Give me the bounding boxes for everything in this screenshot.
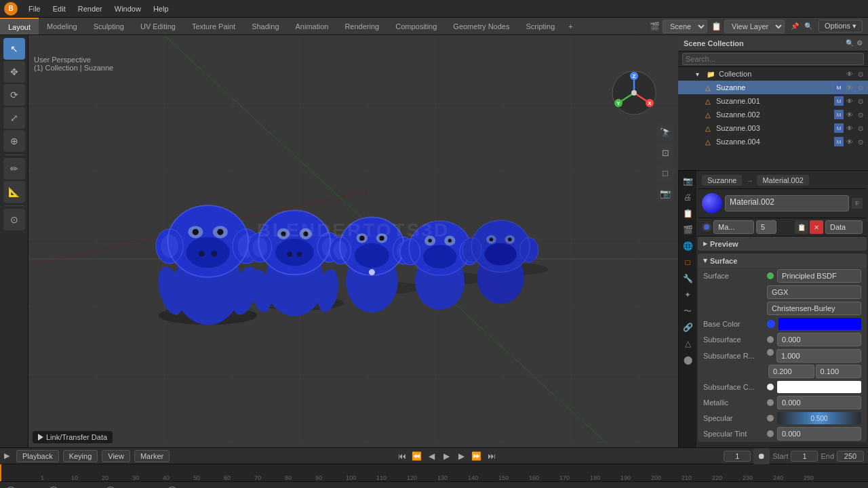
next-key-btn[interactable]: ⏩ bbox=[471, 450, 483, 462]
tab-sculpting[interactable]: Sculpting bbox=[85, 18, 132, 35]
tab-scripting[interactable]: Scripting bbox=[517, 18, 563, 35]
outliner-item-suzanne-002[interactable]: △ Suzanne.002 M 👁 ⊙ bbox=[678, 108, 868, 121]
scene-icon-btn[interactable]: 🎬 bbox=[680, 222, 695, 237]
zoom-to-fit-btn[interactable]: ⊡ bbox=[656, 144, 674, 161]
specular-tint-value[interactable]: 0.000 bbox=[777, 427, 861, 441]
outliner-item-suzanne-001[interactable]: △ Suzanne.001 M 👁 ⊙ bbox=[678, 94, 868, 108]
tab-layout[interactable]: Layout bbox=[0, 18, 39, 35]
tab-compositing[interactable]: Compositing bbox=[387, 18, 445, 35]
search-icon[interactable]: 🔍 bbox=[802, 20, 814, 33]
s003-restrict[interactable]: ⊙ bbox=[856, 123, 865, 133]
outliner-item-suzanne[interactable]: △ Suzanne M 👁 ⊙ bbox=[678, 81, 868, 94]
tab-uv-editing[interactable]: UV Editing bbox=[132, 18, 184, 35]
world-icon-btn[interactable]: 🌐 bbox=[680, 239, 695, 253]
preview-header[interactable]: ▸ Preview bbox=[698, 237, 867, 251]
modifier-icon-btn[interactable]: 🔧 bbox=[680, 271, 695, 286]
tool-rotate[interactable]: ⟳ bbox=[3, 84, 25, 106]
prev-key-btn[interactable]: ⏪ bbox=[411, 450, 423, 462]
fake-user-btn[interactable]: F bbox=[852, 198, 863, 209]
sub-r-val2[interactable]: 0.200 bbox=[768, 365, 814, 378]
jump-end-btn[interactable]: ⏭ bbox=[486, 450, 498, 462]
tool-select[interactable]: ↖ bbox=[3, 38, 25, 60]
zoom-in-btn[interactable]: 🔭 bbox=[656, 123, 674, 141]
object-name-btn[interactable]: Suzanne bbox=[702, 175, 742, 186]
particle-icon-btn[interactable]: ✦ bbox=[680, 287, 695, 302]
jump-start-btn[interactable]: ⏮ bbox=[396, 450, 408, 462]
metallic-value[interactable]: 0.000 bbox=[777, 396, 861, 409]
pin-icon[interactable]: 📌 bbox=[789, 20, 801, 33]
material-slot-dropdown[interactable]: Ma... bbox=[713, 220, 754, 234]
data-icon-btn[interactable]: △ bbox=[680, 336, 695, 351]
play-btn[interactable]: ▶ bbox=[441, 450, 453, 462]
collection-restrict[interactable]: ⊙ bbox=[856, 69, 865, 79]
scene-selector[interactable]: Scene bbox=[663, 20, 707, 33]
current-frame-field[interactable]: 1 bbox=[724, 451, 751, 462]
outliner-item-collection[interactable]: ▾ 📁 Collection 👁 ⊙ bbox=[678, 67, 868, 81]
surface-shader-dropdown[interactable]: Principled BSDF bbox=[777, 269, 861, 283]
s001-eye[interactable]: 👁 bbox=[845, 96, 854, 106]
sub-r-val1[interactable]: 1.000 bbox=[776, 349, 861, 363]
output-icon-btn[interactable]: 🖨 bbox=[680, 190, 695, 205]
tool-transform[interactable]: ⊕ bbox=[3, 130, 25, 152]
material-remove-btn[interactable]: ✕ bbox=[810, 220, 823, 234]
tab-shading[interactable]: Shading bbox=[243, 18, 287, 35]
subsurface-value[interactable]: 0.000 bbox=[777, 333, 861, 346]
outliner-item-suzanne-004[interactable]: △ Suzanne.004 M 👁 ⊙ bbox=[678, 135, 868, 148]
view-layer-selector[interactable]: View Layer bbox=[724, 20, 785, 33]
s004-restrict[interactable]: ⊙ bbox=[856, 137, 865, 146]
next-frame-btn[interactable]: ▶ bbox=[456, 450, 468, 462]
start-frame-field[interactable]: 1 bbox=[791, 451, 818, 462]
material-name-input[interactable]: Material.002 bbox=[725, 195, 849, 211]
tab-modeling[interactable]: Modeling bbox=[39, 18, 85, 35]
prev-frame-btn[interactable]: ◀ bbox=[426, 450, 438, 462]
subsurface-method-dropdown[interactable]: Christensen-Burley bbox=[767, 302, 861, 315]
material-slot-number[interactable]: 5 bbox=[756, 220, 776, 234]
menu-file[interactable]: File bbox=[23, 3, 46, 14]
sub-r-val3[interactable]: 0.100 bbox=[816, 365, 862, 378]
view-btn-tl[interactable]: View bbox=[102, 450, 130, 462]
marker-btn[interactable]: Marker bbox=[134, 450, 170, 462]
collection-eye[interactable]: 👁 bbox=[845, 69, 854, 79]
toggle-ortho-btn[interactable]: □ bbox=[656, 164, 674, 182]
render-icon-btn[interactable]: 📷 bbox=[680, 174, 695, 188]
subsurface-c-swatch[interactable] bbox=[777, 381, 861, 393]
data-dropdown[interactable]: Data bbox=[825, 220, 863, 234]
tool-add-cube[interactable]: ⊙ bbox=[3, 209, 25, 230]
object-icon-btn[interactable]: □ bbox=[680, 255, 695, 270]
distribution-dropdown[interactable]: GGX bbox=[767, 285, 861, 299]
specular-slider[interactable]: 0.500 bbox=[777, 412, 861, 424]
tool-annotate[interactable]: ✏ bbox=[3, 158, 25, 180]
tab-geometry-nodes[interactable]: Geometry Nodes bbox=[445, 18, 517, 35]
tab-texture-paint[interactable]: Texture Paint bbox=[184, 18, 243, 35]
tab-add[interactable]: + bbox=[563, 20, 578, 33]
menu-edit[interactable]: Edit bbox=[47, 3, 71, 14]
tool-measure[interactable]: 📐 bbox=[3, 181, 25, 203]
menu-help[interactable]: Help bbox=[148, 3, 174, 14]
view-layer-icon-btn[interactable]: 📋 bbox=[680, 206, 695, 221]
surface-header[interactable]: ▾ Surface bbox=[698, 253, 867, 268]
menu-window[interactable]: Window bbox=[109, 3, 146, 14]
record-btn[interactable]: ⏺ bbox=[753, 448, 770, 464]
s002-eye[interactable]: 👁 bbox=[845, 110, 854, 119]
physics-icon-btn[interactable]: 〜 bbox=[680, 304, 695, 319]
tab-animation[interactable]: Animation bbox=[288, 18, 337, 35]
outliner-item-suzanne-003[interactable]: △ Suzanne.003 M 👁 ⊙ bbox=[678, 121, 868, 135]
s004-eye[interactable]: 👁 bbox=[845, 137, 854, 146]
base-color-swatch[interactable] bbox=[778, 318, 861, 330]
menu-render[interactable]: Render bbox=[73, 3, 108, 14]
camera-view-btn[interactable]: 📷 bbox=[656, 184, 674, 202]
suzanne-eye[interactable]: 👁 bbox=[845, 83, 854, 92]
constraints-icon-btn[interactable]: 🔗 bbox=[680, 320, 695, 335]
tab-rendering[interactable]: Rendering bbox=[336, 18, 387, 35]
outliner-filter-icon[interactable]: 🔍 bbox=[846, 39, 854, 47]
end-frame-field[interactable]: 250 bbox=[837, 451, 864, 462]
s001-restrict[interactable]: ⊙ bbox=[856, 96, 865, 106]
material-name-btn[interactable]: Material.002 bbox=[757, 175, 809, 186]
s003-eye[interactable]: 👁 bbox=[845, 123, 854, 133]
playback-btn[interactable]: Playback bbox=[16, 450, 59, 462]
outliner-settings-icon[interactable]: ⚙ bbox=[856, 39, 863, 47]
options-btn[interactable]: Options ▾ bbox=[818, 20, 863, 33]
s002-restrict[interactable]: ⊙ bbox=[856, 110, 865, 119]
tool-scale[interactable]: ⤢ bbox=[3, 107, 25, 129]
keying-btn[interactable]: Keying bbox=[63, 450, 98, 462]
